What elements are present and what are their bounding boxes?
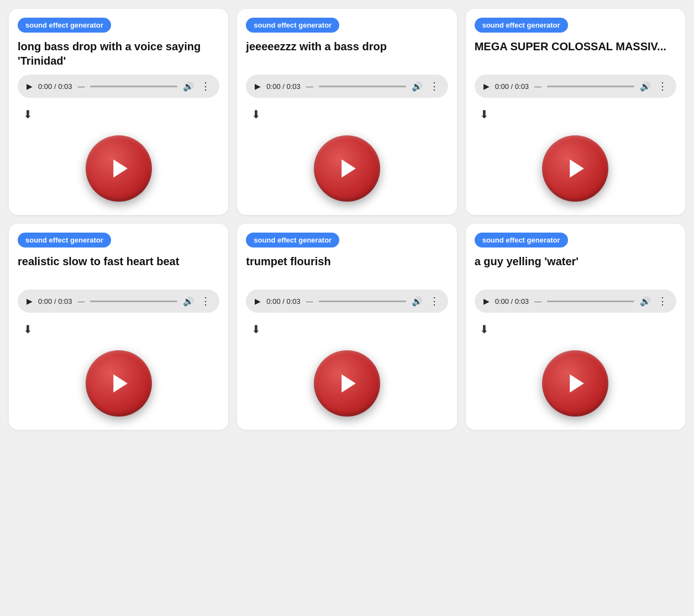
volume-icon-5[interactable]: 🔊 [412, 296, 423, 307]
badge-3: sound effect generator [475, 18, 568, 33]
more-icon-5[interactable]: ⋮ [429, 295, 439, 307]
svg-marker-4 [341, 375, 356, 393]
audio-player-5: ▶ 0:00 / 0:03 — 🔊 ⋮ [246, 289, 448, 313]
play-icon-small-5: ▶ [255, 297, 261, 306]
card-title-5: trumpet flourish [246, 254, 448, 283]
big-play-icon-3 [565, 156, 589, 181]
volume-icon-4[interactable]: 🔊 [183, 296, 194, 307]
progress-bar-2[interactable] [319, 86, 406, 87]
download-button-6[interactable]: ⬇ [475, 319, 495, 339]
svg-marker-0 [113, 160, 128, 178]
download-button-3[interactable]: ⬇ [475, 104, 495, 124]
time-display-6: 0:00 / 0:03 [495, 297, 529, 306]
progress-bar-4[interactable] [90, 301, 177, 302]
dash-2: — [306, 82, 313, 91]
card-title-2: jeeeeezzz with a bass drop [246, 39, 448, 68]
dash-6: — [534, 297, 541, 306]
time-display-5: 0:00 / 0:03 [266, 297, 300, 306]
card-title-4: realistic slow to fast heart beat [18, 254, 219, 283]
volume-icon-1[interactable]: 🔊 [183, 81, 194, 92]
play-icon-small-1: ▶ [27, 82, 33, 91]
dash-5: — [306, 297, 313, 306]
time-display-2: 0:00 / 0:03 [266, 82, 300, 91]
card-3: sound effect generator MEGA SUPER COLOSS… [466, 9, 685, 215]
big-play-button-2[interactable] [314, 135, 380, 202]
big-play-button-6[interactable] [542, 350, 608, 417]
card-5: sound effect generator trumpet flourish … [237, 224, 456, 430]
progress-bar-3[interactable] [547, 86, 634, 87]
dash-4: — [77, 297, 85, 306]
download-button-5[interactable]: ⬇ [246, 319, 266, 339]
badge-6: sound effect generator [475, 233, 568, 248]
big-play-icon-1 [108, 156, 133, 181]
more-icon-1[interactable]: ⋮ [201, 80, 211, 92]
big-play-button-1[interactable] [86, 135, 152, 202]
card-title-6: a guy yelling 'water' [475, 254, 676, 283]
download-icon-4: ⬇ [23, 323, 33, 336]
download-button-2[interactable]: ⬇ [246, 104, 266, 124]
audio-play-button-3[interactable]: ▶ [483, 82, 490, 91]
svg-marker-1 [341, 160, 356, 178]
download-icon-6: ⬇ [480, 323, 489, 336]
big-play-icon-5 [337, 371, 361, 396]
download-button-1[interactable]: ⬇ [18, 104, 38, 124]
audio-play-button-6[interactable]: ▶ [483, 297, 490, 306]
dash-1: — [77, 82, 85, 91]
svg-marker-2 [570, 160, 584, 178]
progress-bar-1[interactable] [90, 86, 177, 87]
audio-play-button-5[interactable]: ▶ [255, 297, 261, 306]
play-icon-small-2: ▶ [255, 82, 261, 91]
volume-icon-6[interactable]: 🔊 [640, 296, 651, 307]
download-icon-1: ⬇ [23, 108, 33, 121]
download-icon-5: ⬇ [251, 323, 261, 336]
download-icon-2: ⬇ [251, 108, 261, 121]
volume-icon-2[interactable]: 🔊 [412, 81, 423, 92]
big-play-icon-2 [337, 156, 361, 181]
audio-player-6: ▶ 0:00 / 0:03 — 🔊 ⋮ [475, 289, 676, 313]
more-icon-6[interactable]: ⋮ [658, 295, 667, 307]
play-icon-small-4: ▶ [27, 297, 33, 306]
more-icon-2[interactable]: ⋮ [429, 80, 439, 92]
card-6: sound effect generator a guy yelling 'wa… [466, 224, 685, 430]
card-title-3: MEGA SUPER COLOSSAL MASSIV... [475, 39, 676, 68]
badge-2: sound effect generator [246, 18, 339, 33]
download-icon-3: ⬇ [480, 108, 489, 121]
big-play-button-3[interactable] [542, 135, 608, 202]
dash-3: — [534, 82, 541, 91]
svg-marker-3 [113, 375, 128, 393]
more-icon-3[interactable]: ⋮ [658, 80, 667, 92]
audio-player-1: ▶ 0:00 / 0:03 — 🔊 ⋮ [18, 75, 219, 98]
audio-play-button-2[interactable]: ▶ [255, 82, 261, 91]
audio-play-button-1[interactable]: ▶ [27, 82, 33, 91]
svg-marker-5 [570, 375, 584, 393]
badge-1: sound effect generator [18, 18, 111, 33]
big-play-icon-4 [108, 371, 133, 396]
progress-bar-5[interactable] [319, 301, 406, 302]
card-4: sound effect generator realistic slow to… [9, 224, 228, 430]
badge-5: sound effect generator [246, 233, 339, 248]
time-display-4: 0:00 / 0:03 [38, 297, 72, 306]
card-1: sound effect generator long bass drop wi… [9, 9, 228, 215]
audio-player-4: ▶ 0:00 / 0:03 — 🔊 ⋮ [18, 289, 219, 313]
play-icon-small-6: ▶ [483, 297, 490, 306]
volume-icon-3[interactable]: 🔊 [640, 81, 651, 92]
card-title-1: long bass drop with a voice saying 'Trin… [18, 39, 219, 68]
big-play-button-5[interactable] [314, 350, 380, 417]
big-play-icon-6 [565, 371, 589, 396]
card-grid: sound effect generator long bass drop wi… [9, 9, 685, 430]
badge-4: sound effect generator [18, 233, 111, 248]
download-button-4[interactable]: ⬇ [18, 319, 38, 339]
more-icon-4[interactable]: ⋮ [201, 295, 211, 307]
card-2: sound effect generator jeeeeezzz with a … [237, 9, 456, 215]
audio-player-3: ▶ 0:00 / 0:03 — 🔊 ⋮ [475, 75, 676, 98]
play-icon-small-3: ▶ [483, 82, 490, 91]
big-play-button-4[interactable] [86, 350, 152, 417]
audio-player-2: ▶ 0:00 / 0:03 — 🔊 ⋮ [246, 75, 448, 98]
progress-bar-6[interactable] [547, 301, 634, 302]
time-display-3: 0:00 / 0:03 [495, 82, 529, 91]
time-display-1: 0:00 / 0:03 [38, 82, 72, 91]
audio-play-button-4[interactable]: ▶ [27, 297, 33, 306]
